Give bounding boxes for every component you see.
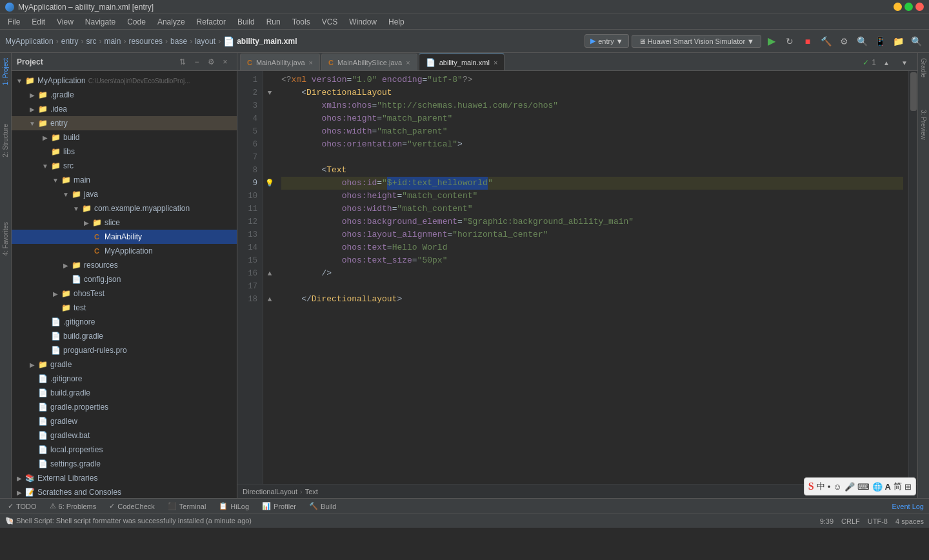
tree-item-src[interactable]: ▼ 📁 src xyxy=(12,159,237,173)
bottom-tab-hilog[interactable]: 📋 HiLog xyxy=(216,502,252,510)
menu-view[interactable]: View xyxy=(52,16,79,28)
panel-gradle-label[interactable]: Gradle xyxy=(920,58,927,77)
status-lineending[interactable]: CRLF xyxy=(841,517,860,525)
panel-close-button[interactable]: × xyxy=(219,55,232,68)
menu-window[interactable]: Window xyxy=(344,16,382,28)
lightbulb-9[interactable]: 💡 xyxy=(263,177,276,190)
entry-dropdown[interactable]: ▶ entry ▼ xyxy=(584,34,628,48)
build-button[interactable]: 🔨 xyxy=(818,34,834,49)
breadcrumb-src[interactable]: src xyxy=(86,37,96,46)
tab-abilitymainxml-close[interactable]: × xyxy=(494,59,497,66)
tab-mainability-close[interactable]: × xyxy=(309,59,313,66)
tree-item-build[interactable]: ▶ 📁 build xyxy=(12,130,237,145)
tab-mainability[interactable]: C MainAbility.java × xyxy=(240,54,320,70)
ime-zhong[interactable]: 中 xyxy=(817,481,825,492)
menu-tools[interactable]: Tools xyxy=(287,16,315,28)
tree-item-config[interactable]: ▶ 📄 config.json xyxy=(12,272,237,286)
menu-help[interactable]: Help xyxy=(383,16,410,28)
breadcrumb-main[interactable]: main xyxy=(104,37,121,46)
tree-item-com-example[interactable]: ▼ 📁 com.example.myapplication xyxy=(12,201,237,215)
tree-item-myapplication[interactable]: ▼ 📁 MyApplication C:\Users\taojin\DevEco… xyxy=(12,74,237,88)
ime-a[interactable]: A xyxy=(885,482,891,492)
rerun-button[interactable]: ↻ xyxy=(782,34,797,49)
menu-analyze[interactable]: Analyze xyxy=(152,16,190,28)
bottom-tab-build[interactable]: 🔨 Build xyxy=(306,502,339,510)
status-encoding[interactable]: UTF-8 xyxy=(868,517,888,525)
tree-item-test[interactable]: ▶ 📁 test xyxy=(12,301,237,315)
breadcrumb-myapplication[interactable]: MyApplication xyxy=(5,37,54,46)
device-button[interactable]: 📱 xyxy=(872,34,888,49)
tab-mainabilityslice-close[interactable]: × xyxy=(406,59,410,66)
minimize-button[interactable] xyxy=(894,3,902,11)
tree-item-gradlew[interactable]: ▶ 📄 gradlew xyxy=(12,414,237,428)
tab-abilitymainxml[interactable]: 📄 ability_main.xml × xyxy=(419,54,505,70)
status-indent[interactable]: 4 spaces xyxy=(895,517,924,525)
ime-jian[interactable]: 简 xyxy=(894,481,902,492)
tree-item-gradle-hidden[interactable]: ▶ 📁 .gradle xyxy=(12,88,237,102)
tree-item-gradleprops[interactable]: ▶ 📄 gradle.properties xyxy=(12,400,237,414)
tree-item-gitignore-entry[interactable]: ▶ 📄 .gitignore xyxy=(12,315,237,329)
bottom-tab-codecheck[interactable]: ✓ CodeCheck xyxy=(106,502,157,510)
scrollbar-thumb[interactable] xyxy=(910,72,917,111)
run-button[interactable]: ▶ xyxy=(764,34,779,49)
scrollbar[interactable] xyxy=(908,71,917,484)
ime-grid[interactable]: ⊞ xyxy=(904,482,912,492)
panel-structure-label[interactable]: 2: Structure xyxy=(2,124,9,157)
menu-run[interactable]: Run xyxy=(261,16,286,28)
panel-favorites-label[interactable]: 4: Favorites xyxy=(2,222,9,255)
inspect-button[interactable]: 🔍 xyxy=(854,34,870,49)
tree-item-ohostest[interactable]: ▶ 📁 ohosTest xyxy=(12,286,237,301)
tree-item-external-libs[interactable]: ▶ 📚 External Libraries xyxy=(12,471,237,485)
tree-item-scratches[interactable]: ▶ 📝 Scratches and Consoles xyxy=(12,485,237,498)
bottom-tab-profiler[interactable]: 📊 Profiler xyxy=(259,502,299,510)
tree-item-main[interactable]: ▼ 📁 main xyxy=(12,173,237,187)
menu-build[interactable]: Build xyxy=(232,16,260,28)
tree-item-localprops[interactable]: ▶ 📄 local.properties xyxy=(12,443,237,457)
window-controls[interactable] xyxy=(894,3,924,11)
breadcrumb-entry[interactable]: entry xyxy=(61,37,79,46)
bottom-tab-terminal[interactable]: ⬛ Terminal xyxy=(165,502,209,510)
menu-vcs[interactable]: VCS xyxy=(317,16,343,28)
tree-item-settingsgradle[interactable]: ▶ 📄 settings.gradle xyxy=(12,457,237,471)
status-position[interactable]: 9:39 xyxy=(820,517,834,525)
code-content[interactable]: <?xml version="1.0" encoding="utf-8"?> <… xyxy=(276,71,908,484)
breadcrumb-text[interactable]: Text xyxy=(305,488,318,495)
fold-marker-2[interactable]: ▼ xyxy=(263,86,276,99)
scroll-down-button[interactable]: ▼ xyxy=(897,55,912,70)
tree-item-slice[interactable]: ▶ 📁 slice xyxy=(12,215,237,230)
search-button[interactable]: 🔍 xyxy=(908,34,924,49)
panel-sync-button[interactable]: ⇅ xyxy=(176,55,189,68)
tree-item-gradlewbat[interactable]: ▶ 📄 gradlew.bat xyxy=(12,428,237,443)
tree-item-mainability[interactable]: ▶ C MainAbility xyxy=(12,230,237,244)
menu-refactor[interactable]: Refactor xyxy=(192,16,231,28)
event-log-link[interactable]: Event Log xyxy=(892,503,924,510)
tree-item-libs[interactable]: ▶ 📁 libs xyxy=(12,145,237,159)
breadcrumb-resources[interactable]: resources xyxy=(128,37,163,46)
tree-item-buildgradle-entry[interactable]: ▶ 📄 build.gradle xyxy=(12,329,237,343)
ime-globe[interactable]: 🌐 xyxy=(872,482,883,492)
menu-code[interactable]: Code xyxy=(122,16,151,28)
tree-item-resources[interactable]: ▶ 📁 resources xyxy=(12,258,237,272)
breadcrumb-base[interactable]: base xyxy=(170,37,187,46)
bottom-tab-problems[interactable]: ⚠ 6: Problems xyxy=(47,502,99,510)
simulator-dropdown[interactable]: 🖥 Huawei Smart Vision Simulator ▼ xyxy=(632,35,761,48)
breadcrumb-layout[interactable]: layout xyxy=(195,37,215,46)
panel-collapse-button[interactable]: − xyxy=(190,55,203,68)
code-editor[interactable]: 1 2 3 4 5 6 7 8 9 10 11 12 13 14 15 16 1… xyxy=(237,71,917,484)
maximize-button[interactable] xyxy=(904,3,913,11)
panel-settings-button[interactable]: ⚙ xyxy=(205,55,217,68)
breadcrumb-directionallayout[interactable]: DirectionalLayout xyxy=(243,488,297,495)
settings-button[interactable]: ⚙ xyxy=(836,34,852,49)
bottom-tab-todo[interactable]: ✓ TODO xyxy=(5,502,39,510)
ime-mic[interactable]: 🎤 xyxy=(844,482,855,492)
close-button[interactable] xyxy=(915,3,924,11)
tree-item-entry[interactable]: ▼ 📁 entry xyxy=(12,116,237,130)
panel-project-label[interactable]: 1: Project xyxy=(2,58,9,85)
stop-button[interactable]: ■ xyxy=(800,34,815,49)
folder-button[interactable]: 📁 xyxy=(890,34,906,49)
tree-item-java[interactable]: ▼ 📁 java xyxy=(12,187,237,201)
tree-item-gitignore-root[interactable]: ▶ 📄 .gitignore xyxy=(12,372,237,386)
tab-mainabilityslice[interactable]: C MainAbilitySlice.java × xyxy=(321,54,417,70)
fold-marker-18[interactable]: ▲ xyxy=(263,293,276,306)
menu-file[interactable]: File xyxy=(3,16,25,28)
